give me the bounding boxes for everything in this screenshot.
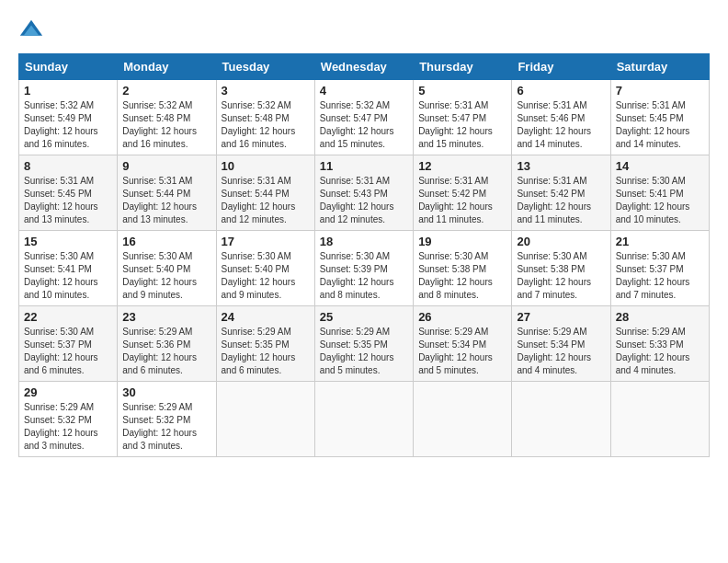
calendar-cell: 10 Sunrise: 5:31 AMSunset: 5:44 PMDaylig… [216, 155, 314, 231]
day-number: 9 [122, 159, 210, 173]
calendar-cell: 25 Sunrise: 5:29 AMSunset: 5:35 PMDaylig… [314, 306, 413, 382]
week-row-3: 22 Sunrise: 5:30 AMSunset: 5:37 PMDaylig… [19, 306, 710, 382]
calendar-cell: 1 Sunrise: 5:32 AMSunset: 5:49 PMDayligh… [19, 80, 118, 155]
calendar-cell: 12 Sunrise: 5:31 AMSunset: 5:42 PMDaylig… [414, 155, 512, 231]
calendar-cell: 23 Sunrise: 5:29 AMSunset: 5:36 PMDaylig… [118, 306, 216, 382]
day-info: Sunrise: 5:31 AMSunset: 5:44 PMDaylight:… [122, 176, 197, 224]
calendar-cell: 27 Sunrise: 5:29 AMSunset: 5:34 PMDaylig… [512, 306, 610, 382]
day-info: Sunrise: 5:32 AMSunset: 5:48 PMDaylight:… [122, 100, 197, 149]
calendar-cell: 11 Sunrise: 5:31 AMSunset: 5:43 PMDaylig… [314, 155, 413, 231]
day-info: Sunrise: 5:30 AMSunset: 5:41 PMDaylight:… [24, 251, 98, 300]
calendar-cell [414, 382, 512, 457]
day-number: 19 [418, 235, 506, 248]
calendar-cell: 7 Sunrise: 5:31 AMSunset: 5:45 PMDayligh… [610, 80, 709, 155]
day-info: Sunrise: 5:32 AMSunset: 5:48 PMDaylight:… [222, 100, 296, 149]
day-info: Sunrise: 5:29 AMSunset: 5:35 PMDaylight:… [320, 327, 394, 375]
calendar-cell: 16 Sunrise: 5:30 AMSunset: 5:40 PMDaylig… [118, 231, 216, 306]
weekday-saturday: Saturday [610, 54, 709, 80]
day-info: Sunrise: 5:31 AMSunset: 5:46 PMDaylight:… [517, 100, 591, 149]
day-number: 12 [418, 159, 506, 173]
day-number: 2 [122, 84, 210, 98]
day-info: Sunrise: 5:31 AMSunset: 5:44 PMDaylight:… [222, 176, 296, 224]
calendar-cell [216, 382, 314, 457]
calendar-cell: 28 Sunrise: 5:29 AMSunset: 5:33 PMDaylig… [610, 306, 709, 382]
page-header [18, 18, 710, 44]
calendar-cell: 5 Sunrise: 5:31 AMSunset: 5:47 PMDayligh… [414, 80, 512, 155]
day-number: 27 [517, 310, 605, 324]
calendar-cell [512, 382, 610, 457]
day-number: 25 [320, 310, 408, 324]
day-info: Sunrise: 5:30 AMSunset: 5:38 PMDaylight:… [418, 251, 493, 300]
day-info: Sunrise: 5:31 AMSunset: 5:47 PMDaylight:… [418, 100, 493, 149]
day-number: 16 [122, 235, 210, 248]
day-number: 18 [320, 235, 408, 248]
week-row-0: 1 Sunrise: 5:32 AMSunset: 5:49 PMDayligh… [19, 80, 710, 155]
day-info: Sunrise: 5:31 AMSunset: 5:42 PMDaylight:… [517, 176, 591, 224]
calendar-cell: 24 Sunrise: 5:29 AMSunset: 5:35 PMDaylig… [216, 306, 314, 382]
day-number: 14 [616, 159, 704, 173]
calendar-cell: 30 Sunrise: 5:29 AMSunset: 5:32 PMDaylig… [118, 382, 216, 457]
weekday-header-row: SundayMondayTuesdayWednesdayThursdayFrid… [19, 54, 710, 80]
day-info: Sunrise: 5:29 AMSunset: 5:32 PMDaylight:… [122, 402, 197, 451]
day-number: 17 [222, 235, 310, 248]
day-info: Sunrise: 5:30 AMSunset: 5:41 PMDaylight:… [616, 176, 690, 224]
week-row-1: 8 Sunrise: 5:31 AMSunset: 5:45 PMDayligh… [19, 155, 710, 231]
day-number: 21 [616, 235, 704, 248]
day-info: Sunrise: 5:31 AMSunset: 5:43 PMDaylight:… [320, 176, 394, 224]
day-number: 20 [517, 235, 605, 248]
day-number: 4 [320, 84, 408, 98]
day-info: Sunrise: 5:29 AMSunset: 5:35 PMDaylight:… [222, 327, 296, 375]
weekday-sunday: Sunday [19, 54, 118, 80]
day-info: Sunrise: 5:29 AMSunset: 5:36 PMDaylight:… [122, 327, 197, 375]
calendar-cell: 14 Sunrise: 5:30 AMSunset: 5:41 PMDaylig… [610, 155, 709, 231]
weekday-thursday: Thursday [414, 54, 512, 80]
day-info: Sunrise: 5:31 AMSunset: 5:45 PMDaylight:… [616, 100, 690, 149]
calendar-cell: 13 Sunrise: 5:31 AMSunset: 5:42 PMDaylig… [512, 155, 610, 231]
day-info: Sunrise: 5:29 AMSunset: 5:32 PMDaylight:… [24, 402, 98, 451]
calendar-cell: 20 Sunrise: 5:30 AMSunset: 5:38 PMDaylig… [512, 231, 610, 306]
calendar-cell: 6 Sunrise: 5:31 AMSunset: 5:46 PMDayligh… [512, 80, 610, 155]
day-number: 11 [320, 159, 408, 173]
day-number: 5 [418, 84, 506, 98]
day-info: Sunrise: 5:32 AMSunset: 5:47 PMDaylight:… [320, 100, 394, 149]
day-info: Sunrise: 5:32 AMSunset: 5:49 PMDaylight:… [24, 100, 98, 149]
day-number: 24 [222, 310, 310, 324]
day-number: 8 [24, 159, 112, 173]
day-number: 7 [616, 84, 704, 98]
calendar-cell: 4 Sunrise: 5:32 AMSunset: 5:47 PMDayligh… [314, 80, 413, 155]
day-number: 1 [24, 84, 112, 98]
week-row-4: 29 Sunrise: 5:29 AMSunset: 5:32 PMDaylig… [19, 382, 710, 457]
day-number: 28 [616, 310, 704, 324]
calendar-cell: 17 Sunrise: 5:30 AMSunset: 5:40 PMDaylig… [216, 231, 314, 306]
day-info: Sunrise: 5:30 AMSunset: 5:39 PMDaylight:… [320, 251, 394, 300]
calendar-cell: 29 Sunrise: 5:29 AMSunset: 5:32 PMDaylig… [19, 382, 118, 457]
logo [18, 18, 48, 44]
day-number: 6 [517, 84, 605, 98]
calendar-cell: 19 Sunrise: 5:30 AMSunset: 5:38 PMDaylig… [414, 231, 512, 306]
day-number: 30 [122, 385, 210, 399]
calendar-cell: 3 Sunrise: 5:32 AMSunset: 5:48 PMDayligh… [216, 80, 314, 155]
calendar-cell: 2 Sunrise: 5:32 AMSunset: 5:48 PMDayligh… [118, 80, 216, 155]
day-number: 29 [24, 385, 112, 399]
calendar-cell: 21 Sunrise: 5:30 AMSunset: 5:37 PMDaylig… [610, 231, 709, 306]
calendar-cell: 18 Sunrise: 5:30 AMSunset: 5:39 PMDaylig… [314, 231, 413, 306]
calendar-cell [610, 382, 709, 457]
logo-icon [18, 18, 44, 44]
calendar-cell: 9 Sunrise: 5:31 AMSunset: 5:44 PMDayligh… [118, 155, 216, 231]
day-info: Sunrise: 5:30 AMSunset: 5:38 PMDaylight:… [517, 251, 591, 300]
weekday-tuesday: Tuesday [216, 54, 314, 80]
calendar-body: 1 Sunrise: 5:32 AMSunset: 5:49 PMDayligh… [19, 80, 710, 457]
weekday-wednesday: Wednesday [314, 54, 413, 80]
weekday-friday: Friday [512, 54, 610, 80]
calendar-table: SundayMondayTuesdayWednesdayThursdayFrid… [18, 53, 710, 457]
day-info: Sunrise: 5:29 AMSunset: 5:34 PMDaylight:… [517, 327, 591, 375]
day-number: 3 [222, 84, 310, 98]
week-row-2: 15 Sunrise: 5:30 AMSunset: 5:41 PMDaylig… [19, 231, 710, 306]
day-info: Sunrise: 5:30 AMSunset: 5:40 PMDaylight:… [222, 251, 296, 300]
day-info: Sunrise: 5:29 AMSunset: 5:33 PMDaylight:… [616, 327, 690, 375]
day-number: 10 [222, 159, 310, 173]
calendar-cell: 22 Sunrise: 5:30 AMSunset: 5:37 PMDaylig… [19, 306, 118, 382]
calendar-cell [314, 382, 413, 457]
day-number: 23 [122, 310, 210, 324]
day-number: 22 [24, 310, 112, 324]
